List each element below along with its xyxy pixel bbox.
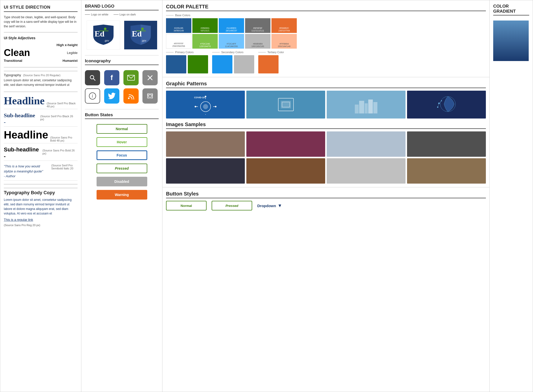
svg-line-44 xyxy=(438,103,439,107)
facebook-icon: f xyxy=(111,74,113,82)
tertiary-colors-label: Tertiary Color xyxy=(258,51,284,54)
btn-style-pressed[interactable]: Pressed xyxy=(212,201,252,210)
col4-gradient: COLOR GRADIENT xyxy=(490,0,533,392)
button-focus[interactable]: Focus xyxy=(97,150,147,160)
ed-logo-dark: Ed .gov xyxy=(127,23,155,46)
svg-text:Ed: Ed xyxy=(132,29,142,38)
svg-point-24 xyxy=(205,96,206,97)
link-icon xyxy=(146,93,154,99)
primary-swatches xyxy=(166,55,208,73)
secondary-swatch-2 xyxy=(234,55,254,73)
source-note: (Source Sans Pro Reg 20 px) xyxy=(4,224,78,227)
color-swatch-4: #6F6F6F 111/111/111 xyxy=(245,18,270,33)
base-colors-row1: #225A95 34/90/149 #358301 53/131/1 #1A95… xyxy=(166,18,486,33)
button-hover[interactable]: Hover xyxy=(97,137,147,147)
lorem-text-1: Lorem ipsum dolor sit amet, consetetur s… xyxy=(4,78,78,87)
email-icon-box[interactable] xyxy=(123,70,139,85)
facebook-icon-box[interactable]: f xyxy=(104,70,119,85)
svg-text:COVID-19: COVID-19 xyxy=(194,96,205,99)
color-swatch-2: #358301 53/131/1 xyxy=(192,18,218,33)
secondary-colors-label: Secondary Colors xyxy=(212,51,254,54)
typography-label: Typography xyxy=(4,73,21,77)
divider-4 xyxy=(4,184,78,184)
svg-rect-38 xyxy=(373,102,377,113)
headline-serif: Headline xyxy=(4,95,45,106)
graphic-patterns-grid: COVID-19 xyxy=(166,91,486,119)
svg-rect-34 xyxy=(355,105,359,113)
email-icon xyxy=(127,75,135,81)
divider-1 xyxy=(4,32,78,32)
adj-clean-large: Clean xyxy=(4,47,40,58)
primary-colors-group: Primary Colors xyxy=(166,51,208,73)
graphic-patterns-title: Graphic Patterns xyxy=(166,81,486,88)
svg-rect-35 xyxy=(359,101,364,113)
search-icon-box[interactable] xyxy=(85,70,100,85)
button-warning[interactable]: Warning xyxy=(97,190,147,200)
svg-point-2 xyxy=(104,28,106,30)
iconography-section: Iconography f xyxy=(85,58,159,109)
color-categories-row: Primary Colors Secondary Colors xyxy=(166,51,486,73)
svg-point-30 xyxy=(215,106,216,107)
sample-img-7 xyxy=(327,158,406,184)
icon-grid: f i xyxy=(85,68,159,106)
adjectives-grid: High x-height Clean Legible Transitional… xyxy=(4,43,78,63)
color-swatch-5: #E66B2C 230/107/44 xyxy=(271,18,297,33)
divider-3 xyxy=(4,92,78,92)
adj-transitional: Transitional xyxy=(4,59,40,63)
col1-title: UI STYLE DIRECTION xyxy=(4,5,78,12)
button-pressed[interactable]: Pressed xyxy=(97,164,147,173)
svg-point-7 xyxy=(141,28,144,30)
dropdown-button[interactable]: Dropdown ▼ xyxy=(257,203,282,208)
typo-header-row: Typography (Source Sans Pro 20 Regular) xyxy=(4,73,78,77)
base-colors-text: Base Colors xyxy=(175,14,190,17)
body-copy-text: Lorem ipsum dolor sit amet, consetetur s… xyxy=(4,198,78,216)
twitter-icon-box[interactable] xyxy=(104,88,119,104)
regular-link[interactable]: This is a regular link xyxy=(4,218,78,222)
tertiary-colors-group: Tertiary Color xyxy=(258,51,284,73)
button-styles-title: Button Styles xyxy=(166,191,486,198)
button-disabled: Disabled xyxy=(97,177,147,186)
base-colors-line xyxy=(166,15,174,15)
info-icon-box[interactable]: i xyxy=(85,88,100,104)
close-icon-box[interactable] xyxy=(142,70,158,85)
col3-content: COLOR PALETTE Base Colors #225A95 34/90/… xyxy=(162,0,490,392)
button-states-list: Normal Hover Focus Pressed Disabled Warn… xyxy=(85,122,159,202)
tech-pattern-svg xyxy=(273,94,299,115)
logo-tab-line-1 xyxy=(85,14,90,15)
logo-tab-line-2 xyxy=(114,14,119,15)
logo-tabs: Logo on white Logo on dark xyxy=(85,13,159,16)
color-swatch-10: #FFB894 255/184/148 xyxy=(271,34,297,49)
link-icon-box[interactable] xyxy=(142,88,158,104)
color-swatch-6: #FFFFFF 256/256/256 xyxy=(166,34,191,49)
secondary-swatch-1 xyxy=(212,55,232,73)
color-swatch-9: #B9B9B9 185/185/185 xyxy=(245,34,270,49)
svg-text:i: i xyxy=(92,93,93,99)
col1-ui-style: UI STYLE DIRECTION Type should be clean,… xyxy=(0,0,81,392)
body-copy-title: Typography Body Copy xyxy=(4,188,78,195)
subheadline-sans: Sub-headline - xyxy=(4,146,40,160)
svg-text:.gov: .gov xyxy=(104,39,109,42)
btn-style-normal[interactable]: Normal xyxy=(166,201,207,210)
pattern-covid: COVID-19 xyxy=(166,91,245,119)
primary-swatch-2 xyxy=(188,55,208,73)
headline-serif-note: (Source Serif Pro Black 48 px) xyxy=(47,102,78,108)
pattern-city xyxy=(327,91,406,119)
color-swatch-8: #72C4FF 114/196/255 xyxy=(219,34,244,49)
headline-sans: Headline xyxy=(4,130,48,140)
button-normal[interactable]: Normal xyxy=(97,124,147,134)
color-swatch-1: #225A95 34/90/149 xyxy=(166,18,191,33)
headline-sans-note: (Source Sans Pro Bold 48 px) xyxy=(50,136,78,142)
sample-img-5 xyxy=(166,158,245,184)
city-pattern-svg xyxy=(354,94,379,115)
twitter-icon xyxy=(108,93,116,99)
button-styles-row: Normal Pressed Dropdown ▼ xyxy=(166,201,486,210)
rss-icon-box[interactable] xyxy=(123,88,139,104)
sample-img-8 xyxy=(407,158,486,184)
col1-description: Type should be clean, legible, and well-… xyxy=(4,15,78,29)
headline-serif-row: Headline (Source Serif Pro Black 48 px) xyxy=(4,95,78,109)
color-swatch-7: #7DC246 125/194/70 xyxy=(192,34,218,49)
base-colors-row2: #FFFFFF 256/256/256 #7DC246 125/194/70 #… xyxy=(166,34,486,49)
quote-note: (Source Serif Pro Semibold Italic 20 xyxy=(51,164,78,170)
chevron-down-icon: ▼ xyxy=(278,203,282,208)
sample-img-6 xyxy=(246,158,325,184)
